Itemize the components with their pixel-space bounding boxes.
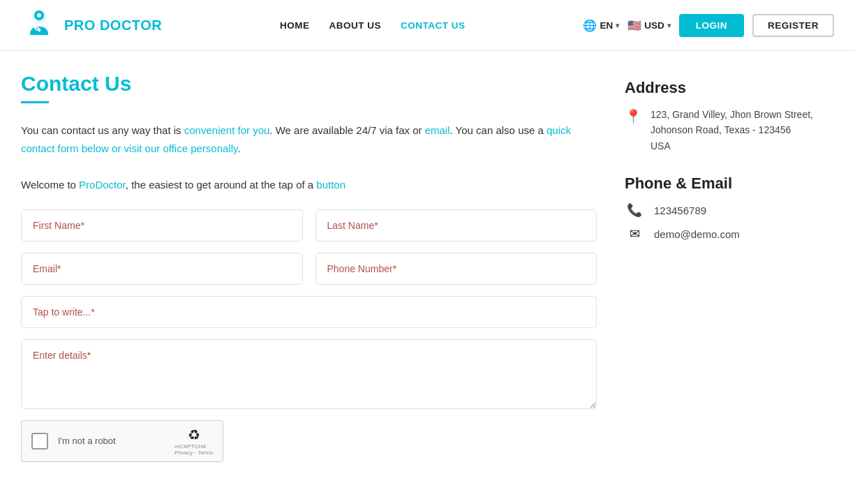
recaptcha-logo: ♻ reCAPTCHAPrivacy - Terms [174,427,213,456]
address-text: 123, Grand Villey, Jhon Brown Street, Jo… [650,107,813,154]
address-heading: Address [625,79,834,97]
recaptcha-branding: reCAPTCHAPrivacy - Terms [174,443,213,456]
title-underline [21,101,49,103]
email-input[interactable] [21,253,303,285]
first-name-field [21,209,303,242]
main-nav: HOME ABOUT US CONTACT US [280,20,466,31]
left-panel: Contact Us You can contact us any way th… [21,72,597,462]
name-row [21,209,597,242]
phone-value: 123456789 [654,205,706,216]
email-icon: ✉ [625,226,644,242]
location-pin-icon: 📍 [625,108,642,125]
register-button[interactable]: REGISTER [752,14,834,37]
last-name-input[interactable] [315,209,597,242]
header: PRO DOCTOR HOME ABOUT US CONTACT US 🌐 EN… [0,0,855,51]
details-textarea[interactable] [21,339,597,409]
lang-selector[interactable]: 🌐 EN ▾ [583,19,619,32]
page-title: Contact Us [21,72,597,96]
last-name-field [315,209,597,242]
email-value: demo@demo.com [654,228,740,240]
lang-chevron-icon: ▾ [616,22,619,29]
email-row: ✉ demo@demo.com [625,226,834,242]
logo-text: PRO DOCTOR [64,17,162,34]
first-name-input[interactable] [21,209,303,242]
address-section: Address 📍 123, Grand Villey, Jhon Brown … [625,79,834,154]
phone-email-section: Phone & Email 📞 123456789 ✉ demo@demo.co… [625,175,834,242]
currency-chevron-icon: ▾ [667,22,671,29]
nav-about-us[interactable]: ABOUT US [329,20,382,31]
nav-contact-us[interactable]: CONTACT US [401,20,466,31]
recaptcha-icon: ♻ [188,427,200,443]
logo[interactable]: PRO DOCTOR [21,7,162,43]
main-container: Contact Us You can contact us any way th… [0,51,855,490]
recaptcha-box[interactable]: I'm not a robot ♻ reCAPTCHAPrivacy - Ter… [21,420,223,462]
login-button[interactable]: LOGIN [679,14,744,37]
phone-icon: 📞 [625,202,644,218]
nav-home[interactable]: HOME [280,20,310,31]
currency-flag-icon: 🇺🇸 [627,19,641,32]
phone-row: 📞 123456789 [625,202,834,218]
phone-input[interactable] [315,253,597,285]
svg-point-2 [37,13,41,17]
logo-icon [21,7,57,43]
welcome-text: Welcome to ProDoctor, the easiest to get… [21,176,597,194]
recaptcha-checkbox[interactable] [31,433,48,450]
phone-email-heading: Phone & Email [625,175,834,193]
email-phone-row [21,253,597,285]
email-field [21,253,303,285]
nav-extras: 🌐 EN ▾ 🇺🇸 USD ▾ LOGIN REGISTER [583,14,834,37]
phone-field [315,253,597,285]
recaptcha-label: I'm not a robot [58,436,116,446]
globe-icon: 🌐 [583,19,597,32]
right-panel: Address 📍 123, Grand Villey, Jhon Brown … [625,72,834,462]
currency-selector[interactable]: 🇺🇸 USD ▾ [627,19,671,32]
subject-input[interactable] [21,296,597,328]
intro-text: You can contact us any way that is conve… [21,121,597,157]
address-row: 📍 123, Grand Villey, Jhon Brown Street, … [625,107,834,154]
svg-rect-5 [39,28,40,32]
contact-form: I'm not a robot ♻ reCAPTCHAPrivacy - Ter… [21,209,597,462]
